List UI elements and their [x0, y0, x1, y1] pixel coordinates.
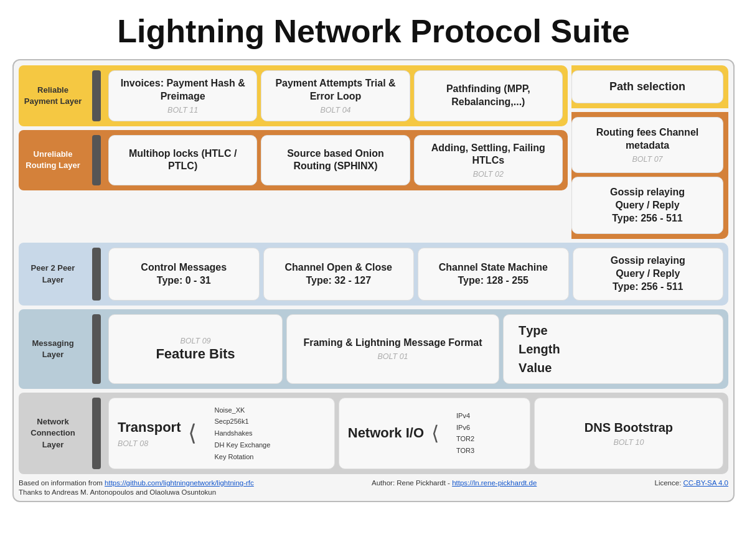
transport-branch-arrow: ⟨ — [188, 422, 197, 444]
layers-wrapper: Reliable Payment Layer Invoices: Payment… — [19, 65, 728, 474]
unreliable-layer-content: Multihop locks (HTLC / PTLC) Source base… — [87, 130, 568, 191]
card-gossip-relay-right: Gossip relayingQuery / Reply Type: 256 -… — [571, 177, 723, 234]
footer-row-thanks: Thanks to Andreas M. Antonopoulos and Ol… — [19, 488, 728, 496]
card-onion: Source based Onion Routing (SPHINX) — [261, 135, 410, 186]
card-dns-bootstrap: DNS Bootstrap BOLT 10 — [534, 398, 723, 469]
transport-branches: Noise_XK Secp256k1 Handshakes DH Key Exc… — [204, 404, 270, 462]
tlv-l: L — [519, 342, 526, 356]
network-layer-row: Network Connection Layer Transport BOLT … — [19, 393, 728, 474]
routing-right-wrapper: Routing fees Channel metadata BOLT 07 Go… — [571, 112, 728, 239]
messaging-layer-row: Messaging Layer BOLT 09 Feature Bits Fra… — [19, 309, 728, 389]
path-selection-wrapper: Path selection — [571, 65, 728, 108]
network-layer-content: Transport BOLT 08 ⟨ Noise_XK Secp256k1 H… — [87, 393, 728, 474]
tlv-t: T — [519, 324, 526, 337]
footer-center-link[interactable]: https://ln.rene-pickhardt.de — [452, 479, 537, 487]
network-io-arrow: ⟨ — [431, 423, 439, 443]
network-layer-label: Network Connection Layer — [19, 393, 87, 474]
top-rows-right: Path selection Routing fees Channel meta… — [568, 65, 728, 239]
messaging-layer-label: Messaging Layer — [19, 309, 87, 389]
card-invoices: Invoices: Payment Hash & Preimage BOLT 1… — [108, 70, 257, 121]
card-tlv: Type Length Value — [503, 314, 723, 384]
footer-left-link[interactable]: https://github.com/lightningnetwork/ligh… — [105, 479, 254, 487]
dark-bar-reliable — [92, 70, 101, 121]
card-framing: Framing & Lightning Message Format BOLT … — [286, 314, 499, 384]
card-channel-open-close: Channel Open & Close Type: 32 - 127 — [263, 248, 415, 300]
footer-right: Licence: CC-BY-SA 4.0 — [655, 479, 728, 487]
dark-bar-messaging — [92, 314, 101, 384]
dark-bar-p2p — [92, 248, 101, 300]
network-io-branches: IPv4 IPv6 TOR2 TOR3 — [446, 410, 474, 457]
unreliable-layer-label: Unreliable Routing Layer — [19, 130, 87, 191]
reliable-layer-label: Reliable Payment Layer — [19, 65, 87, 126]
dark-bar-unreliable — [92, 135, 101, 186]
main-diagram: Reliable Payment Layer Invoices: Payment… — [12, 59, 735, 502]
card-channel-state: Channel State Machine Type: 128 - 255 — [418, 248, 569, 300]
reliable-layer-row: Reliable Payment Layer Invoices: Payment… — [19, 65, 568, 126]
footer: Based on information from https://github… — [19, 479, 728, 496]
card-path-selection: Path selection — [571, 70, 723, 103]
card-routing-fees: Routing fees Channel metadata BOLT 07 — [571, 117, 723, 173]
unreliable-layer-row: Unreliable Routing Layer Multihop locks … — [19, 130, 568, 191]
card-feature-bits: BOLT 09 Feature Bits — [108, 314, 283, 384]
tlv-v: V — [519, 361, 527, 375]
p2p-layer-row: Peer 2 Peer Layer Control Messages Type:… — [19, 243, 728, 305]
footer-right-link[interactable]: CC-BY-SA 4.0 — [684, 479, 728, 487]
card-htlcs: Adding, Settling, Failing HTLCs BOLT 02 — [414, 135, 563, 186]
card-pathfinding: Pathfinding (MPP, Rebalancing,...) — [414, 70, 563, 121]
footer-row-main: Based on information from https://github… — [19, 479, 728, 487]
page-title: Lightning Network Protocol Suite — [12, 6, 735, 59]
p2p-layer-content: Control Messages Type: 0 - 31 Channel Op… — [87, 243, 728, 305]
top-rows-left: Reliable Payment Layer Invoices: Payment… — [19, 65, 568, 239]
card-payment-attempts: Payment Attempts Trial & Error Loop BOLT… — [261, 70, 410, 121]
footer-center: Author: Rene Pickhardt - https://ln.rene… — [372, 479, 537, 487]
dark-bar-network — [92, 398, 101, 469]
card-network-io: Network I/O ⟨ IPv4 IPv6 TOR2 TOR3 — [339, 398, 530, 469]
card-transport: Transport BOLT 08 ⟨ Noise_XK Secp256k1 H… — [108, 398, 335, 469]
footer-left: Based on information from https://github… — [19, 479, 254, 487]
reliable-layer-content: Invoices: Payment Hash & Preimage BOLT 1… — [87, 65, 568, 126]
card-multihop: Multihop locks (HTLC / PTLC) — [108, 135, 257, 186]
p2p-layer-label: Peer 2 Peer Layer — [19, 243, 87, 305]
top-rows-container: Reliable Payment Layer Invoices: Payment… — [19, 65, 728, 239]
card-control-msgs: Control Messages Type: 0 - 31 — [108, 248, 260, 300]
card-gossip-p2p: Gossip relaying Query / Reply Type: 256 … — [573, 248, 724, 300]
messaging-layer-content: BOLT 09 Feature Bits Framing & Lightning… — [87, 309, 728, 389]
